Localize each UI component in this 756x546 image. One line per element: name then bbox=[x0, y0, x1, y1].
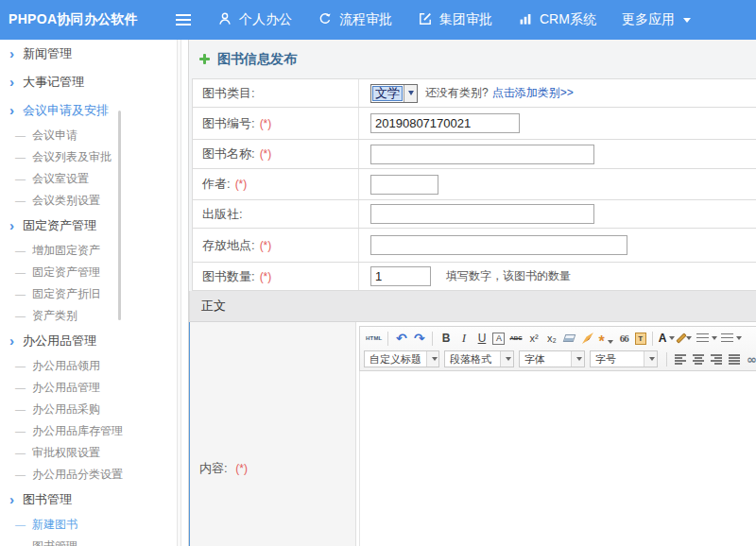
hamburger-icon[interactable] bbox=[176, 14, 191, 26]
publisher-input[interactable] bbox=[370, 204, 594, 224]
sidebar-group-4[interactable]: ›固定资产管理 bbox=[0, 212, 188, 240]
sidebar-item-5-5[interactable]: —审批权限设置 bbox=[0, 442, 188, 464]
selected-category: 文学 bbox=[372, 86, 403, 101]
sidebar-item-5-4[interactable]: —办公用品库存管理 bbox=[0, 420, 188, 442]
align-right-button-shape bbox=[711, 354, 722, 365]
dash-icon: — bbox=[15, 310, 26, 321]
sidebar-item-5-3[interactable]: —办公用品采购 bbox=[0, 399, 188, 420]
required-mark: (*) bbox=[235, 178, 248, 191]
font-color-button[interactable]: A bbox=[659, 330, 676, 347]
toolbar-separator bbox=[652, 332, 653, 346]
align-left-button-shape bbox=[675, 354, 686, 365]
sidebar-group-2[interactable]: ›大事记管理 bbox=[0, 68, 188, 96]
add-category-link[interactable]: 点击添加类别>> bbox=[492, 85, 574, 101]
cycle-icon bbox=[318, 11, 339, 29]
link-button-glyph: ∞ bbox=[747, 352, 756, 367]
book-name-input[interactable] bbox=[370, 145, 594, 164]
auto-typeset-button[interactable]: * bbox=[598, 330, 612, 347]
align-justify-button[interactable] bbox=[727, 350, 741, 367]
format-brush-button[interactable] bbox=[580, 330, 594, 347]
dash-icon: — bbox=[15, 447, 26, 458]
nav-item-label: 集团审批 bbox=[439, 11, 492, 28]
font-family-select-value: 字体 bbox=[520, 351, 571, 367]
caret-down-icon bbox=[408, 91, 414, 95]
bold-button-glyph: B bbox=[442, 332, 451, 345]
dash-icon: — bbox=[15, 129, 26, 141]
ordered-list-button[interactable] bbox=[696, 330, 717, 347]
eraser-button[interactable] bbox=[562, 330, 576, 347]
align-right-button[interactable] bbox=[709, 350, 723, 367]
caret-down-icon bbox=[669, 336, 675, 340]
unordered-list-button[interactable] bbox=[721, 330, 742, 347]
storage-location-input[interactable] bbox=[370, 235, 627, 255]
blockquote-button[interactable]: 66 bbox=[617, 330, 631, 347]
sidebar-item-5-1[interactable]: —办公用品领用 bbox=[0, 355, 188, 377]
subscript-button[interactable]: x₂ bbox=[544, 330, 558, 347]
chart-icon bbox=[518, 11, 540, 29]
sidebar-item-label: 新建图书 bbox=[32, 517, 77, 533]
sidebar-item-6-2[interactable]: —图书管理 bbox=[0, 536, 188, 546]
publisher-value-cell bbox=[359, 204, 756, 224]
book-number-input[interactable] bbox=[370, 113, 520, 133]
sidebar-item-label: 固定资产管理 bbox=[32, 264, 100, 281]
nav-item-5[interactable]: 更多应用 bbox=[622, 11, 691, 28]
align-center-button[interactable] bbox=[691, 350, 705, 367]
sidebar-item-4-1[interactable]: —增加固定资产 bbox=[0, 240, 188, 262]
field-label-text: 出版社: bbox=[202, 206, 243, 223]
strikethrough-button[interactable]: ABC bbox=[508, 330, 523, 347]
required-mark: (*) bbox=[260, 147, 272, 161]
editor-content[interactable] bbox=[359, 371, 756, 546]
sidebar-group-label: 会议申请及安排 bbox=[23, 102, 109, 119]
font-family-select[interactable]: 字体 bbox=[519, 350, 585, 367]
bold-button[interactable]: B bbox=[438, 330, 453, 347]
link-button[interactable]: ∞ bbox=[745, 350, 756, 367]
form-row-book-name: 图书名称:(*) bbox=[192, 140, 756, 169]
form-row-author: 作者:(*) bbox=[192, 169, 756, 200]
paste-word-button[interactable]: T bbox=[635, 333, 646, 345]
field-label-text: 存放地点: bbox=[202, 237, 255, 254]
highlight-button[interactable] bbox=[679, 330, 693, 347]
nav-item-4[interactable]: CRM系统 bbox=[518, 11, 596, 29]
sidebar-scrollbar-thumb[interactable] bbox=[118, 111, 121, 320]
page-title: 图书信息发布 bbox=[189, 40, 756, 78]
nav-item-2[interactable]: 流程审批 bbox=[318, 11, 392, 29]
underline-button[interactable]: U bbox=[474, 330, 489, 347]
blockquote-button-glyph: 66 bbox=[620, 333, 628, 344]
sidebar-item-4-2[interactable]: —固定资产管理 bbox=[0, 262, 188, 283]
sidebar-scrollbar-track[interactable] bbox=[177, 40, 181, 546]
nav-item-1[interactable]: 个人办公 bbox=[217, 11, 292, 29]
dash-icon: — bbox=[15, 245, 26, 256]
sidebar-item-3-1[interactable]: —会议申请 bbox=[0, 125, 188, 146]
custom-title-select[interactable]: 自定义标题 bbox=[364, 350, 439, 367]
sidebar-item-6-1[interactable]: —新建图书 bbox=[0, 514, 188, 536]
sidebar-group-3[interactable]: ›会议申请及安排 bbox=[0, 96, 188, 125]
sidebar-item-4-4[interactable]: —资产类别 bbox=[0, 305, 188, 327]
body-section-header: 正文 bbox=[189, 291, 756, 322]
font-size-select[interactable]: 字号 bbox=[590, 350, 658, 367]
align-left-button[interactable] bbox=[673, 350, 687, 367]
italic-button[interactable]: I bbox=[456, 330, 471, 347]
sidebar-group-5[interactable]: ›办公用品管理 bbox=[0, 327, 188, 355]
sidebar-item-label: 图书管理 bbox=[32, 538, 77, 546]
sidebar-item-5-2[interactable]: —办公用品管理 bbox=[0, 377, 188, 399]
undo-button[interactable]: ↶ bbox=[394, 330, 408, 347]
toolbar-separator bbox=[666, 352, 667, 367]
sidebar-item-3-3[interactable]: —会议室设置 bbox=[0, 168, 188, 190]
book-quantity-input[interactable] bbox=[370, 266, 431, 286]
author-input[interactable] bbox=[370, 175, 438, 195]
sidebar-item-3-2[interactable]: —会议列表及审批 bbox=[0, 146, 188, 168]
nav-item-3[interactable]: 集团审批 bbox=[418, 11, 492, 29]
html-source-button[interactable]: HTML bbox=[366, 330, 382, 347]
sidebar-group-6[interactable]: ›图书管理 bbox=[0, 486, 188, 514]
sidebar-item-5-6[interactable]: —办公用品分类设置 bbox=[0, 464, 188, 486]
paragraph-format-select[interactable]: 段落格式 bbox=[444, 350, 514, 367]
dash-icon: — bbox=[15, 382, 26, 393]
sidebar-item-4-3[interactable]: —固定资产折旧 bbox=[0, 283, 188, 305]
font-border-button[interactable]: A bbox=[492, 333, 505, 345]
sidebar-item-3-4[interactable]: —会议类别设置 bbox=[0, 190, 188, 212]
ordered-list-button-shape bbox=[696, 333, 709, 343]
redo-button[interactable]: ↷ bbox=[412, 330, 426, 347]
book-category-select[interactable]: 文学 bbox=[370, 84, 418, 103]
superscript-button[interactable]: x² bbox=[526, 330, 541, 347]
sidebar-group-1[interactable]: ›新闻管理 bbox=[0, 40, 188, 68]
